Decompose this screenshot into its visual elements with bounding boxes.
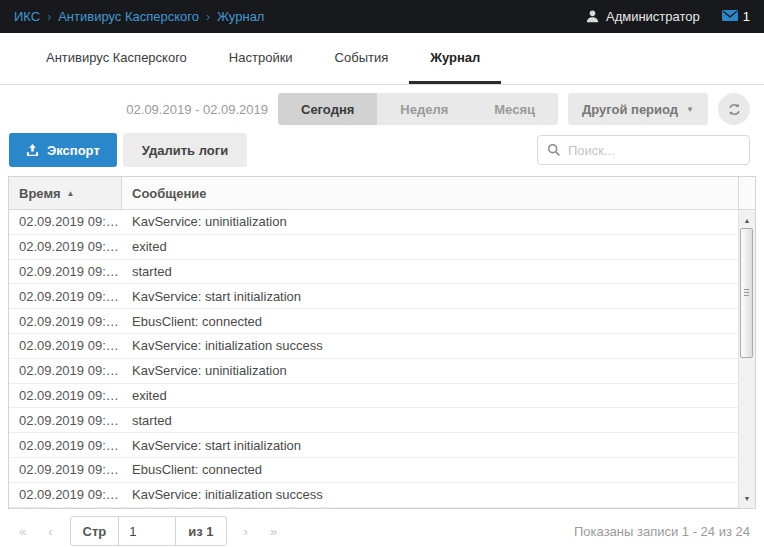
breadcrumb-separator: ›	[47, 10, 51, 24]
table-scrollbar[interactable]: ▲ ▼	[738, 210, 755, 508]
records-summary: Показаны записи 1 - 24 из 24	[574, 524, 750, 539]
row-time: 02.09.2019 09:…	[9, 433, 122, 457]
user-menu[interactable]: Администратор	[585, 9, 700, 24]
export-button[interactable]: Экспорт	[9, 133, 117, 167]
scrollbar-header-spacer	[738, 177, 755, 209]
row-message: started	[122, 408, 738, 432]
actions-toolbar: Экспорт Удалить логи	[0, 133, 764, 167]
period-button-group: Сегодня Неделя Месяц	[278, 93, 558, 125]
table-row[interactable]: 02.09.2019 09:… KavService: start initia…	[9, 433, 738, 458]
column-header-time[interactable]: Время ▲	[9, 177, 122, 209]
table-row[interactable]: 02.09.2019 09:… exited	[9, 235, 738, 260]
row-time: 02.09.2019 09:…	[9, 334, 122, 358]
row-time: 02.09.2019 09:…	[9, 359, 122, 383]
period-today-button[interactable]: Сегодня	[278, 93, 377, 125]
table-row[interactable]: 02.09.2019 09:… KavService: uninitializa…	[9, 210, 738, 235]
period-week-button[interactable]: Неделя	[377, 93, 471, 125]
page-number-group: Стр из 1	[70, 516, 227, 546]
row-message: exited	[122, 235, 738, 259]
refresh-button[interactable]	[718, 93, 750, 125]
export-label: Экспорт	[47, 143, 100, 158]
row-time: 02.09.2019 09:…	[9, 458, 122, 482]
user-name: Администратор	[606, 9, 700, 24]
breadcrumb-link-antivirus[interactable]: Антивирус Касперского	[58, 9, 199, 24]
table-body: 02.09.2019 09:… KavService: uninitializa…	[9, 210, 738, 508]
row-message: KavService: uninitialization	[122, 210, 738, 234]
next-page-button[interactable]: ›	[233, 524, 259, 539]
table-header: Время ▲ Сообщение	[9, 177, 755, 210]
page-label: Стр	[71, 517, 120, 545]
notifications[interactable]: 1	[722, 9, 750, 24]
mail-count: 1	[743, 9, 750, 24]
table-row[interactable]: 02.09.2019 09:… EbusClient: connected	[9, 458, 738, 483]
search-icon	[547, 143, 561, 157]
table-body-wrap: 02.09.2019 09:… KavService: uninitializa…	[9, 210, 755, 508]
refresh-icon	[727, 102, 742, 117]
table-row[interactable]: 02.09.2019 09:… started	[9, 260, 738, 285]
table-row[interactable]: 02.09.2019 09:… started	[9, 408, 738, 433]
search-box	[537, 135, 750, 165]
tab-bar: Антивирус Касперского Настройки События …	[0, 33, 764, 85]
page-count-label: из 1	[176, 517, 225, 545]
table-row[interactable]: 02.09.2019 09:… exited	[9, 384, 738, 409]
date-range-label: 02.09.2019 - 02.09.2019	[126, 102, 268, 117]
row-message: EbusClient: connected	[122, 458, 738, 482]
row-message: KavService: start initialization	[122, 284, 738, 308]
tab-settings[interactable]: Настройки	[208, 33, 314, 84]
scrollbar-up-icon[interactable]: ▲	[739, 213, 755, 227]
user-icon	[585, 9, 600, 24]
log-table: Время ▲ Сообщение 02.09.2019 09:… KavSer…	[8, 176, 756, 509]
row-message: KavService: initialization success	[122, 334, 738, 358]
row-time: 02.09.2019 09:…	[9, 260, 122, 284]
row-time: 02.09.2019 09:…	[9, 284, 122, 308]
period-other-button[interactable]: Другой период ▼	[568, 93, 708, 125]
page-input[interactable]	[119, 517, 176, 545]
pagination-bar: « ‹ Стр из 1 › » Показаны записи 1 - 24 …	[8, 516, 750, 546]
chevron-down-icon: ▼	[686, 105, 694, 114]
topbar-right: Администратор 1	[585, 9, 750, 24]
table-row[interactable]: 02.09.2019 09:… KavService: uninitializa…	[9, 359, 738, 384]
last-page-button[interactable]: »	[259, 524, 288, 539]
breadcrumb-link-iks[interactable]: ИКС	[14, 9, 40, 24]
row-message: started	[122, 260, 738, 284]
tab-kaspersky-antivirus[interactable]: Антивирус Касперского	[25, 33, 208, 84]
row-time: 02.09.2019 09:…	[9, 384, 122, 408]
row-message: EbusClient: connected	[122, 309, 738, 333]
row-time: 02.09.2019 09:…	[9, 210, 122, 234]
scrollbar-thumb[interactable]	[740, 228, 753, 358]
row-message: KavService: uninitialization	[122, 359, 738, 383]
row-message: KavService: start initialization	[122, 433, 738, 457]
breadcrumb-link-journal[interactable]: Журнал	[217, 9, 264, 24]
breadcrumb-separator: ›	[206, 10, 210, 24]
column-header-time-label: Время	[19, 186, 61, 201]
tab-events[interactable]: События	[314, 33, 410, 84]
sort-asc-icon: ▲	[67, 189, 75, 198]
delete-logs-button[interactable]: Удалить логи	[123, 133, 247, 167]
row-message: KavService: initialization success	[122, 483, 738, 507]
row-time: 02.09.2019 09:…	[9, 309, 122, 333]
row-time: 02.09.2019 09:…	[9, 483, 122, 507]
prev-page-button[interactable]: ‹	[37, 524, 63, 539]
column-header-message[interactable]: Сообщение	[122, 177, 738, 209]
table-row[interactable]: 02.09.2019 09:… EbusClient: connected	[9, 309, 738, 334]
breadcrumb: ИКС › Антивирус Касперского › Журнал	[14, 9, 264, 24]
table-row[interactable]: 02.09.2019 09:… KavService: start initia…	[9, 284, 738, 309]
tab-journal[interactable]: Журнал	[409, 33, 501, 84]
table-row[interactable]: 02.09.2019 09:… KavService: initializati…	[9, 334, 738, 359]
period-toolbar: 02.09.2019 - 02.09.2019 Сегодня Неделя М…	[0, 93, 764, 125]
app-window: ИКС › Антивирус Касперского › Журнал Адм…	[0, 0, 764, 546]
export-icon	[26, 144, 39, 157]
scrollbar-down-icon[interactable]: ▼	[739, 491, 755, 505]
mail-icon	[722, 9, 737, 24]
row-time: 02.09.2019 09:…	[9, 235, 122, 259]
row-time: 02.09.2019 09:…	[9, 408, 122, 432]
period-other-label: Другой период	[582, 102, 678, 117]
search-input[interactable]	[568, 143, 740, 158]
table-row[interactable]: 02.09.2019 09:… KavService: initializati…	[9, 483, 738, 508]
row-message: exited	[122, 384, 738, 408]
first-page-button[interactable]: «	[8, 524, 37, 539]
period-month-button[interactable]: Месяц	[471, 93, 558, 125]
topbar: ИКС › Антивирус Касперского › Журнал Адм…	[0, 0, 764, 33]
